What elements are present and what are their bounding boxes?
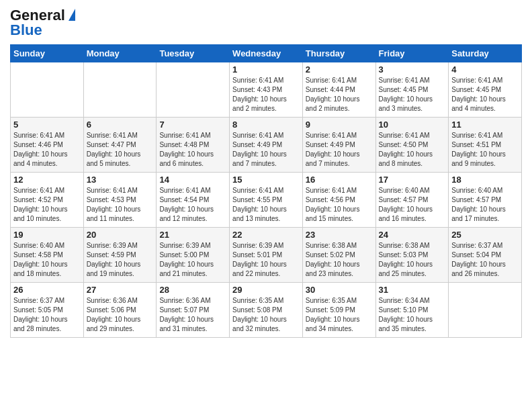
calendar-cell: 18Sunrise: 6:40 AM Sunset: 4:57 PM Dayli… xyxy=(449,173,522,228)
day-number: 1 xyxy=(232,64,300,75)
day-header-tuesday: Tuesday xyxy=(157,45,230,62)
day-number: 4 xyxy=(451,64,519,75)
day-number: 29 xyxy=(232,285,300,295)
day-number: 6 xyxy=(87,120,154,130)
day-header-wednesday: Wednesday xyxy=(230,45,303,62)
day-number: 16 xyxy=(306,175,373,185)
day-number: 27 xyxy=(87,285,154,295)
day-info: Sunrise: 6:41 AM Sunset: 4:52 PM Dayligh… xyxy=(13,186,81,224)
day-number: 14 xyxy=(159,175,226,185)
calendar-cell: 7Sunrise: 6:41 AM Sunset: 4:48 PM Daylig… xyxy=(157,118,230,173)
calendar-cell: 22Sunrise: 6:39 AM Sunset: 5:01 PM Dayli… xyxy=(230,228,303,283)
logo: General Blue xyxy=(10,7,75,39)
day-info: Sunrise: 6:41 AM Sunset: 4:50 PM Dayligh… xyxy=(379,131,446,169)
calendar-cell: 17Sunrise: 6:40 AM Sunset: 4:57 PM Dayli… xyxy=(375,173,449,228)
calendar-cell: 5Sunrise: 6:41 AM Sunset: 4:46 PM Daylig… xyxy=(11,118,84,173)
day-info: Sunrise: 6:41 AM Sunset: 4:45 PM Dayligh… xyxy=(451,76,519,113)
calendar-week-3: 19Sunrise: 6:40 AM Sunset: 4:58 PM Dayli… xyxy=(11,228,522,283)
calendar-cell: 28Sunrise: 6:36 AM Sunset: 5:07 PM Dayli… xyxy=(157,283,230,338)
calendar-cell: 21Sunrise: 6:39 AM Sunset: 5:00 PM Dayli… xyxy=(157,228,230,283)
day-number: 15 xyxy=(232,175,300,185)
day-number: 10 xyxy=(379,120,446,130)
day-info: Sunrise: 6:40 AM Sunset: 4:57 PM Dayligh… xyxy=(451,186,519,224)
calendar-cell: 23Sunrise: 6:38 AM Sunset: 5:02 PM Dayli… xyxy=(302,228,375,283)
day-number: 20 xyxy=(87,230,154,240)
day-number: 9 xyxy=(306,120,373,130)
calendar-cell: 27Sunrise: 6:36 AM Sunset: 5:06 PM Dayli… xyxy=(83,283,157,338)
day-info: Sunrise: 6:41 AM Sunset: 4:46 PM Dayligh… xyxy=(13,131,81,169)
day-number: 13 xyxy=(87,175,154,185)
calendar-week-1: 5Sunrise: 6:41 AM Sunset: 4:46 PM Daylig… xyxy=(11,118,522,173)
day-number: 2 xyxy=(306,64,373,75)
day-number: 23 xyxy=(306,230,373,240)
day-info: Sunrise: 6:38 AM Sunset: 5:03 PM Dayligh… xyxy=(379,241,446,279)
day-info: Sunrise: 6:41 AM Sunset: 4:43 PM Dayligh… xyxy=(232,76,300,113)
calendar-cell: 2Sunrise: 6:41 AM Sunset: 4:44 PM Daylig… xyxy=(302,62,375,118)
day-number: 22 xyxy=(232,230,300,240)
calendar-cell: 9Sunrise: 6:41 AM Sunset: 4:49 PM Daylig… xyxy=(302,118,375,173)
day-info: Sunrise: 6:34 AM Sunset: 5:10 PM Dayligh… xyxy=(379,296,446,334)
calendar-cell xyxy=(83,62,157,118)
day-info: Sunrise: 6:41 AM Sunset: 4:49 PM Dayligh… xyxy=(232,131,300,169)
day-info: Sunrise: 6:41 AM Sunset: 4:48 PM Dayligh… xyxy=(159,131,226,169)
calendar-cell xyxy=(449,283,522,338)
day-info: Sunrise: 6:40 AM Sunset: 4:58 PM Dayligh… xyxy=(13,241,81,279)
calendar-cell: 20Sunrise: 6:39 AM Sunset: 4:59 PM Dayli… xyxy=(83,228,157,283)
day-number: 21 xyxy=(159,230,226,240)
day-info: Sunrise: 6:37 AM Sunset: 5:05 PM Dayligh… xyxy=(13,296,81,334)
day-info: Sunrise: 6:35 AM Sunset: 5:09 PM Dayligh… xyxy=(306,296,373,334)
logo-triangle-icon xyxy=(69,9,75,21)
day-info: Sunrise: 6:41 AM Sunset: 4:49 PM Dayligh… xyxy=(306,131,373,169)
calendar-table: SundayMondayTuesdayWednesdayThursdayFrid… xyxy=(10,44,522,338)
day-number: 11 xyxy=(451,120,519,130)
calendar-cell: 1Sunrise: 6:41 AM Sunset: 4:43 PM Daylig… xyxy=(230,62,303,118)
calendar-cell: 30Sunrise: 6:35 AM Sunset: 5:09 PM Dayli… xyxy=(302,283,375,338)
day-header-thursday: Thursday xyxy=(302,45,375,62)
day-number: 12 xyxy=(13,175,81,185)
calendar-cell: 13Sunrise: 6:41 AM Sunset: 4:53 PM Dayli… xyxy=(83,173,157,228)
day-info: Sunrise: 6:35 AM Sunset: 5:08 PM Dayligh… xyxy=(232,296,300,334)
day-info: Sunrise: 6:36 AM Sunset: 5:07 PM Dayligh… xyxy=(159,296,226,334)
day-number: 24 xyxy=(379,230,446,240)
day-info: Sunrise: 6:41 AM Sunset: 4:55 PM Dayligh… xyxy=(232,186,300,224)
calendar-cell: 25Sunrise: 6:37 AM Sunset: 5:04 PM Dayli… xyxy=(449,228,522,283)
calendar-cell: 14Sunrise: 6:41 AM Sunset: 4:54 PM Dayli… xyxy=(157,173,230,228)
day-info: Sunrise: 6:38 AM Sunset: 5:02 PM Dayligh… xyxy=(306,241,373,279)
day-info: Sunrise: 6:41 AM Sunset: 4:45 PM Dayligh… xyxy=(379,76,446,113)
calendar-week-2: 12Sunrise: 6:41 AM Sunset: 4:52 PM Dayli… xyxy=(11,173,522,228)
day-header-saturday: Saturday xyxy=(449,45,522,62)
day-number: 3 xyxy=(379,64,446,75)
calendar-cell: 8Sunrise: 6:41 AM Sunset: 4:49 PM Daylig… xyxy=(230,118,303,173)
day-number: 7 xyxy=(159,120,226,130)
calendar-cell: 6Sunrise: 6:41 AM Sunset: 4:47 PM Daylig… xyxy=(83,118,157,173)
calendar-week-4: 26Sunrise: 6:37 AM Sunset: 5:05 PM Dayli… xyxy=(11,283,522,338)
calendar-header-row: SundayMondayTuesdayWednesdayThursdayFrid… xyxy=(11,45,522,62)
day-info: Sunrise: 6:41 AM Sunset: 4:44 PM Dayligh… xyxy=(306,76,373,113)
day-number: 31 xyxy=(379,285,446,295)
calendar-cell xyxy=(11,62,84,118)
day-info: Sunrise: 6:39 AM Sunset: 4:59 PM Dayligh… xyxy=(87,241,154,279)
calendar-cell: 29Sunrise: 6:35 AM Sunset: 5:08 PM Dayli… xyxy=(230,283,303,338)
calendar-cell: 31Sunrise: 6:34 AM Sunset: 5:10 PM Dayli… xyxy=(375,283,449,338)
day-info: Sunrise: 6:37 AM Sunset: 5:04 PM Dayligh… xyxy=(451,241,519,279)
header: General Blue xyxy=(10,7,522,39)
day-info: Sunrise: 6:41 AM Sunset: 4:53 PM Dayligh… xyxy=(87,186,154,224)
calendar-cell xyxy=(157,62,230,118)
day-info: Sunrise: 6:39 AM Sunset: 5:00 PM Dayligh… xyxy=(159,241,226,279)
day-number: 26 xyxy=(13,285,81,295)
day-info: Sunrise: 6:41 AM Sunset: 4:56 PM Dayligh… xyxy=(306,186,373,224)
calendar-week-0: 1Sunrise: 6:41 AM Sunset: 4:43 PM Daylig… xyxy=(11,62,522,118)
page: General Blue SundayMondayTuesdayWednesda… xyxy=(0,0,532,411)
day-info: Sunrise: 6:39 AM Sunset: 5:01 PM Dayligh… xyxy=(232,241,300,279)
calendar-cell: 4Sunrise: 6:41 AM Sunset: 4:45 PM Daylig… xyxy=(449,62,522,118)
calendar-cell: 11Sunrise: 6:41 AM Sunset: 4:51 PM Dayli… xyxy=(449,118,522,173)
day-info: Sunrise: 6:36 AM Sunset: 5:06 PM Dayligh… xyxy=(87,296,154,334)
calendar-cell: 24Sunrise: 6:38 AM Sunset: 5:03 PM Dayli… xyxy=(375,228,449,283)
calendar-cell: 19Sunrise: 6:40 AM Sunset: 4:58 PM Dayli… xyxy=(11,228,84,283)
calendar-cell: 12Sunrise: 6:41 AM Sunset: 4:52 PM Dayli… xyxy=(11,173,84,228)
day-number: 28 xyxy=(159,285,226,295)
day-number: 5 xyxy=(13,120,81,130)
calendar-cell: 26Sunrise: 6:37 AM Sunset: 5:05 PM Dayli… xyxy=(11,283,84,338)
day-header-friday: Friday xyxy=(375,45,449,62)
calendar-cell: 3Sunrise: 6:41 AM Sunset: 4:45 PM Daylig… xyxy=(375,62,449,118)
